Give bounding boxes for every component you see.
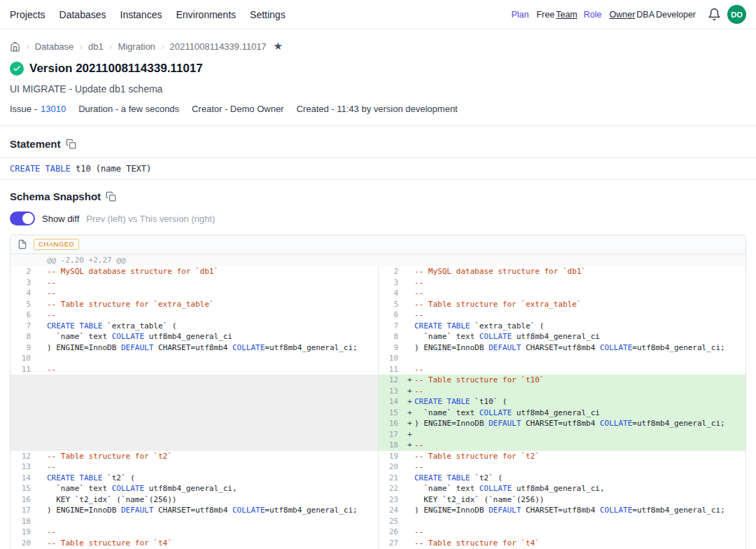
diff-row: 6--6--	[10, 310, 746, 321]
version-subtitle: UI MIGRATE - Update db1 schema	[0, 83, 756, 95]
breadcrumb-separator: ›	[109, 41, 113, 52]
diff-row: 19--26--	[10, 527, 746, 538]
notification-bell-icon[interactable]	[708, 8, 721, 21]
statement-heading: Statement	[10, 138, 61, 150]
top-navigation: ProjectsDatabasesInstancesEnvironmentsSe…	[0, 0, 756, 29]
version-status-check-icon	[10, 62, 24, 76]
breadcrumb-separator: ›	[79, 41, 83, 52]
diff-row: 13+--	[10, 386, 746, 397]
diff-hint-text: Prev (left) vs This version (right)	[86, 214, 215, 224]
diff-row: 5-- Table structure for `extra_table`5--…	[10, 299, 746, 310]
meta-duration: Duration - a few seconds	[78, 104, 179, 114]
breadcrumb-items: ›Database›db1›Migration›20211008114339.1…	[26, 41, 267, 52]
issue-link[interactable]: 13010	[41, 104, 66, 114]
avatar[interactable]: DO	[727, 5, 746, 24]
nav-item-settings[interactable]: Settings	[250, 9, 286, 20]
role-option-dba[interactable]: DBA	[636, 10, 654, 20]
role-options: OwnerDBADeveloper	[608, 10, 696, 20]
added-line-sign: +	[407, 396, 412, 408]
nav-item-databases[interactable]: Databases	[59, 9, 106, 20]
home-icon[interactable]	[10, 41, 20, 52]
nav-item-environments[interactable]: Environments	[176, 9, 236, 20]
diff-row: 15+ `name` text COLLATE utf8mb4_general_…	[10, 408, 746, 419]
favorite-star-icon[interactable]: ★	[274, 40, 283, 53]
meta-created: Created - 11:43 by version development	[296, 104, 457, 114]
diff-row: 15 `name` text COLLATE utf8mb4_general_c…	[10, 483, 746, 494]
diff-row: 14+CREATE TABLE `t10` (	[10, 396, 746, 408]
schema-diff-viewer: CHANGED @@ -2,20 +2,27 @@ 2-- MySQL data…	[10, 235, 746, 549]
diff-row: 14CREATE TABLE `t2` (21CREATE TABLE `t2`…	[10, 473, 746, 484]
diff-row: 16+) ENGINE=InnoDB DEFAULT CHARSET=utf8m…	[10, 418, 746, 429]
breadcrumb-item[interactable]: Database	[35, 41, 74, 52]
plan-option-team[interactable]: Team	[556, 10, 578, 20]
added-line-sign: +	[407, 386, 412, 397]
diff-row: 9) ENGINE=InnoDB DEFAULT CHARSET=utf8mb4…	[10, 342, 746, 354]
diff-row: 13--20--	[10, 461, 746, 473]
added-line-sign: +	[407, 418, 412, 429]
main-nav-items: ProjectsDatabasesInstancesEnvironmentsSe…	[10, 9, 286, 20]
diff-row: 7CREATE TABLE `extra_table` (7CREATE TAB…	[10, 321, 746, 332]
schema-snapshot-heading: Schema Snapshot	[10, 190, 101, 202]
copy-statement-icon[interactable]	[66, 139, 76, 149]
copy-snapshot-icon[interactable]	[106, 191, 116, 202]
diff-row: 1010	[10, 353, 746, 364]
show-diff-toggle[interactable]	[10, 211, 35, 225]
statement-sql: CREATE TABLE t10 (name TEXT)	[0, 158, 756, 180]
diff-row: 20-- Table structure for `t4`27-- Table …	[10, 538, 746, 549]
version-meta: Issue - 13010 Duration - a few seconds C…	[0, 104, 756, 114]
issue-label: Issue -	[10, 104, 37, 114]
breadcrumb-item[interactable]: 20211008114339.11017	[170, 41, 267, 52]
nav-item-instances[interactable]: Instances	[120, 9, 162, 20]
breadcrumb-item[interactable]: db1	[88, 41, 104, 52]
role-option-developer[interactable]: Developer	[656, 10, 696, 20]
added-line-sign: +	[407, 408, 412, 419]
breadcrumb-separator: ›	[161, 41, 164, 52]
added-line-sign: +	[407, 440, 412, 451]
plan-options: FreeTeam	[535, 10, 577, 20]
meta-issue: Issue - 13010	[10, 104, 66, 114]
diff-row: 2-- MySQL database structure for `db1`2-…	[10, 266, 746, 277]
diff-row: 1825	[10, 516, 746, 527]
diff-row: 8 `name` text COLLATE utf8mb4_general_ci…	[10, 331, 746, 342]
nav-item-projects[interactable]: Projects	[10, 9, 46, 20]
breadcrumb: ›Database›db1›Migration›20211008114339.1…	[0, 40, 756, 53]
diff-row: 12+-- Table structure for `t10`	[10, 375, 746, 386]
diff-row: 4--4--	[10, 288, 746, 299]
diff-body: 2-- MySQL database structure for `db1`2-…	[10, 266, 746, 549]
hunk-header: @@ -2,20 +2,27 @@	[10, 254, 746, 266]
show-diff-label: Show diff	[42, 214, 79, 224]
diff-row: 12-- Table structure for `t2`19-- Table …	[10, 451, 746, 462]
diff-row: 3--3--	[10, 277, 746, 289]
changed-badge: CHANGED	[34, 239, 79, 250]
diff-row: 17+	[10, 429, 746, 440]
page-title: Version 20211008114339.11017	[29, 62, 203, 76]
diff-row: 16 KEY `t2_idx` (`name`(256))23 KEY `t2_…	[10, 494, 746, 506]
plan-option-free[interactable]: Free	[536, 10, 554, 20]
added-line-sign: +	[407, 375, 412, 386]
diff-row: 11--11--	[10, 364, 746, 375]
section-divider	[0, 125, 756, 126]
diff-header-bar: CHANGED	[10, 235, 746, 254]
plan-label: Plan	[511, 10, 528, 20]
role-label: Role	[584, 10, 602, 20]
breadcrumb-separator: ›	[26, 41, 29, 52]
breadcrumb-item[interactable]: Migration	[118, 41, 155, 52]
diff-row: 18+--	[10, 440, 746, 451]
role-option-owner[interactable]: Owner	[609, 10, 635, 20]
file-icon	[18, 239, 27, 249]
added-line-sign: +	[407, 429, 412, 440]
nav-right-cluster: Plan FreeTeam Role OwnerDBADeveloper DO	[511, 5, 746, 24]
diff-row: 17) ENGINE=InnoDB DEFAULT CHARSET=utf8mb…	[10, 505, 746, 516]
meta-creator: Creator - Demo Owner	[192, 104, 284, 114]
